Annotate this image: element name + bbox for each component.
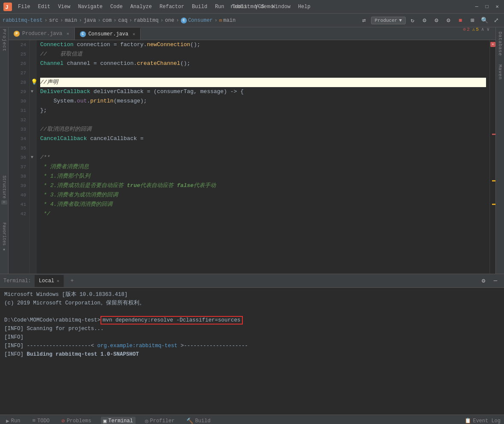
error-badge: ⊘ 2 [463,26,469,32]
breadcrumb-src[interactable]: src [49,18,59,23]
fold-arrow-36[interactable]: ▼ [31,153,33,162]
database-panel-label[interactable]: Database [498,32,503,56]
menu-help[interactable]: Help [295,3,314,11]
ln-24: 24 [12,40,26,50]
terminal-icon: ▣ [103,418,107,424]
build-icon3[interactable]: ⚙ [443,15,454,26]
terminal-tab-local[interactable]: Local ✕ [35,275,64,287]
build-icon2[interactable]: ⚙ [431,15,442,26]
tool-build[interactable]: 🔨 Build [184,417,213,424]
nav-down-icon[interactable]: ∨ [486,26,489,32]
code-line-38: * 1.消费那个队列 [40,172,486,181]
tool-todo[interactable]: ≡ TODO [29,417,52,424]
ln-28: 28 [12,78,26,87]
menu-build[interactable]: Build [189,3,211,11]
breadcrumb-main-method[interactable]: main [223,18,236,23]
run-config-button[interactable]: Producer ▼ [371,17,406,24]
main-area: Project P Producer.java ✕ C Consumer.jav… [0,27,504,274]
warning-count: 5 [476,27,479,32]
build-icon1[interactable]: ⚙ [419,15,430,26]
menu-analyze[interactable]: Analyze [127,3,155,11]
maximize-button[interactable]: □ [483,3,490,10]
favorites-star-icon[interactable]: ★ [3,246,6,252]
breadcrumb-caq[interactable]: caq [118,18,127,23]
refresh-icon[interactable]: ↻ [407,15,418,26]
terminal-add-tab[interactable]: + [67,278,77,284]
artifact-link[interactable]: org.example:rabbitmq-test [97,343,178,349]
breadcrumb: rabbitmq-test › src › main › java › com … [3,18,236,23]
terminal-minimize-icon[interactable]: ─ [490,276,501,286]
tool-problems[interactable]: ⊘ Problems [59,417,94,424]
run-icon: ▶ [6,418,9,424]
fold-arrow-29[interactable]: ▼ [31,87,33,96]
profiler-icon: ◎ [145,418,148,424]
window-controls: ─ □ ✕ [473,3,501,10]
terminal-label: Terminal: [3,278,31,284]
terminal-prompt-prefix: D:\Code\MOMCode\rabbitmq-test> [4,317,100,323]
nav-up-icon[interactable]: ∧ [481,26,484,32]
run-config-label: Producer [375,18,398,23]
terminal-line-5: [INFO] Scanning for projects... [4,325,500,333]
structure-label[interactable]: Structure [2,175,6,199]
menu-file[interactable]: File [15,3,34,11]
structure-sidebar: Structure ≡ [0,177,9,203]
layout-icon[interactable]: ⊞ [467,15,477,26]
ln-35: 35 [12,143,26,153]
warning-gutter-mark2 [492,204,495,205]
breadcrumb-project[interactable]: rabbitmq-test [3,18,43,23]
menu-refactor[interactable]: Refactor [156,3,188,11]
project-panel-label[interactable]: Project [2,29,7,52]
breadcrumb-one[interactable]: one [165,18,174,23]
terminal-settings-icon[interactable]: ⚙ [478,276,489,286]
minimize-button[interactable]: ─ [473,3,480,10]
tab-producer-label: Producer.java [22,31,62,37]
nav-actions: ⇄ Producer ▼ ↻ ⚙ ⚙ ⚙ ■ ⊞ 🔍 ⤢ [359,15,501,26]
run-config-dropdown-icon: ▼ [399,18,402,23]
tool-build-label: Build [195,418,210,424]
tool-problems-label: Problems [67,418,91,424]
error-count: 2 [467,27,470,32]
terminal-line-6: [INFO] [4,333,500,342]
event-log[interactable]: 📋 Event Log [465,418,501,424]
tab-consumer-close[interactable]: ✕ [133,32,135,37]
code-line-41: * 4.消费者取消消费的回调 [40,200,486,209]
terminal-tabs-bar: Terminal: Local ✕ + ⚙ ─ [0,274,504,288]
terminal-line-2: (c) 2019 Microsoft Corporation。保留所有权利。 [4,299,500,307]
tool-run[interactable]: ▶ Run [3,417,23,424]
tab-producer-close[interactable]: ✕ [67,31,69,36]
tab-consumer[interactable]: C Consumer.java ✕ [75,28,141,40]
terminal-content[interactable]: Microsoft Windows [版本 10.0.18363.418] (c… [0,288,504,415]
nav-bar: rabbitmq-test › src › main › java › com … [0,14,504,27]
tool-profiler[interactable]: ◎ Profiler [142,417,177,424]
structure-icon[interactable]: ≡ [1,200,7,205]
maven-panel-label[interactable]: Maven [498,64,503,80]
stop-icon[interactable]: ■ [455,15,466,26]
tool-terminal[interactable]: ▣ Terminal [101,417,136,424]
expand-icon[interactable]: ⤢ [491,15,501,26]
breadcrumb-com[interactable]: com [103,18,112,23]
breadcrumb-consumer[interactable]: Consumer [188,18,213,23]
search-icon[interactable]: 🔍 [479,15,489,26]
breadcrumb-java[interactable]: java [84,18,96,23]
tool-todo-label: TODO [37,418,50,424]
menu-navigate[interactable]: Navigate [74,3,106,11]
code-content[interactable]: Connection connection = factory.newConne… [37,40,489,274]
breadcrumb-rabbitmq[interactable]: rabbitmq [134,18,159,23]
menu-edit[interactable]: Edit [35,3,54,11]
navigate-icon[interactable]: ⇄ [359,15,369,26]
ln-41: 41 [12,200,26,209]
terminal-command-highlighted: mvn dependency:resolve -Dclassifier=sour… [100,316,243,325]
menu-run[interactable]: Run [212,3,228,11]
tab-producer[interactable]: P Producer.java ✕ [9,28,75,40]
build-tool-icon: 🔨 [186,418,193,424]
tool-run-label: Run [11,418,21,424]
close-button[interactable]: ✕ [494,3,501,10]
ln-37: 37 [12,162,26,172]
menu-code[interactable]: Code [107,3,126,11]
menu-view[interactable]: View [55,3,74,11]
breadcrumb-main[interactable]: main [65,18,77,23]
todo-icon: ≡ [32,418,35,424]
terminal-tab-close[interactable]: ✕ [57,278,59,284]
error-gutter-mark1 [492,134,495,135]
favorites-label[interactable]: Favorites [2,222,6,246]
